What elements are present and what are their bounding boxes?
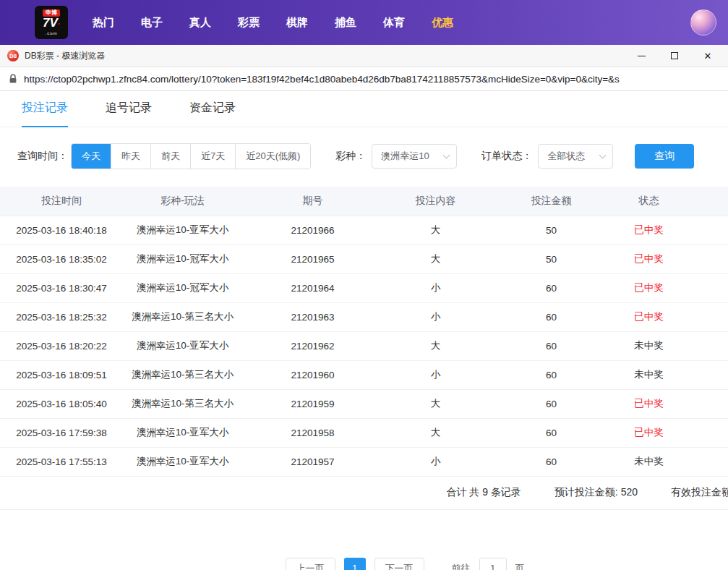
table-row: 2025-03-16 18:35:02 澳洲幸运10-冠军大小 21201965… xyxy=(0,244,728,273)
nav-item[interactable]: 彩票 xyxy=(238,16,260,30)
page-content: 投注记录追号记录资金记录 查询时间： 今天昨天前天近7天近20天(低频) 彩种：… xyxy=(0,91,728,570)
cell-spacer xyxy=(683,331,728,360)
cell-bet-content: 大 xyxy=(383,418,488,447)
status-select-value: 全部状态 xyxy=(547,150,594,163)
window-title: DB彩票 - 极速浏览器 xyxy=(25,50,105,62)
cell-spacer xyxy=(683,360,728,389)
chevron-down-icon xyxy=(443,151,450,158)
cell-issue-number: 21201965 xyxy=(242,244,383,273)
status-filter-label: 订单状态： xyxy=(481,150,532,163)
nav-item[interactable]: 真人 xyxy=(189,16,211,30)
cell-game-play: 澳洲幸运10-亚军大小 xyxy=(123,331,242,360)
cell-bet-amount: 60 xyxy=(488,418,614,447)
cell-status: 已中奖 xyxy=(614,273,683,302)
cell-game-play: 澳洲幸运10-亚军大小 xyxy=(123,447,242,476)
tab-资金记录[interactable]: 资金记录 xyxy=(189,91,236,127)
cell-status: 已中奖 xyxy=(614,244,683,273)
cell-bet-time: 2025-03-16 18:25:32 xyxy=(0,302,123,331)
table-header: 投注内容 xyxy=(383,187,488,216)
user-avatar[interactable] xyxy=(690,9,716,35)
summary-row: 合计 共 9 条记录 预计投注金额: 520 有效投注金额 xyxy=(0,477,728,510)
goto-page-label: 前往 xyxy=(452,562,471,570)
cell-spacer xyxy=(683,273,728,302)
cell-spacer xyxy=(683,389,728,418)
bets-table: 投注时间彩种-玩法期号投注内容投注金额状态 2025-03-16 18:40:1… xyxy=(0,187,728,477)
current-page-button[interactable]: 1 xyxy=(344,558,366,570)
time-filter-option[interactable]: 昨天 xyxy=(111,144,151,169)
table-row: 2025-03-16 18:25:32 澳洲幸运10-第三名大小 2120196… xyxy=(0,302,728,331)
cell-status: 未中奖 xyxy=(614,447,683,476)
prev-page-button[interactable]: 上一页 xyxy=(286,558,335,570)
nav-item[interactable]: 优惠 xyxy=(432,16,453,30)
cell-issue-number: 21201966 xyxy=(242,216,383,244)
table-header-spacer xyxy=(683,187,728,216)
minimize-icon[interactable] xyxy=(635,50,647,61)
time-filter-option[interactable]: 今天 xyxy=(72,144,111,169)
cell-bet-time: 2025-03-16 17:55:13 xyxy=(0,447,123,476)
tab-追号记录[interactable]: 追号记录 xyxy=(106,91,152,127)
logo-sub-text: .com xyxy=(45,31,57,36)
table-row: 2025-03-16 18:30:47 澳洲幸运10-冠军大小 21201964… xyxy=(0,273,728,302)
time-filter-label: 查询时间： xyxy=(17,150,68,163)
table-row: 2025-03-16 18:20:22 澳洲幸运10-亚军大小 21201962… xyxy=(0,331,728,360)
cell-issue-number: 21201960 xyxy=(242,360,383,389)
search-button[interactable]: 查询 xyxy=(635,144,694,169)
cell-game-play: 澳洲幸运10-亚军大小 xyxy=(123,216,242,244)
cell-status: 已中奖 xyxy=(614,389,683,418)
nav-item[interactable]: 电子 xyxy=(141,16,163,30)
cell-bet-time: 2025-03-16 18:20:22 xyxy=(0,331,123,360)
cell-issue-number: 21201959 xyxy=(242,389,383,418)
cell-game-play: 澳洲幸运10-第三名大小 xyxy=(123,389,242,418)
nav-item[interactable]: 体育 xyxy=(383,16,405,30)
nav-item[interactable]: 棋牌 xyxy=(286,16,308,30)
table-header: 彩种-玩法 xyxy=(123,187,242,216)
time-filter-option[interactable]: 近7天 xyxy=(191,144,236,169)
cell-issue-number: 21201957 xyxy=(242,447,383,476)
lottery-select[interactable]: 澳洲幸运10 xyxy=(372,144,457,169)
lottery-select-value: 澳洲幸运10 xyxy=(381,150,438,163)
cell-bet-content: 大 xyxy=(383,244,488,273)
chevron-down-icon xyxy=(599,151,607,158)
cell-bet-content: 大 xyxy=(383,389,488,418)
next-page-button[interactable]: 下一页 xyxy=(374,558,424,570)
order-status-select[interactable]: 全部状态 xyxy=(538,144,613,169)
cell-bet-content: 小 xyxy=(383,302,488,331)
tab-投注记录[interactable]: 投注记录 xyxy=(22,91,68,127)
cell-issue-number: 21201962 xyxy=(242,331,383,360)
cell-spacer xyxy=(683,447,728,476)
cell-bet-content: 小 xyxy=(383,447,488,476)
cell-game-play: 澳洲幸运10-冠军大小 xyxy=(123,244,242,273)
nav-item[interactable]: 捕鱼 xyxy=(335,16,356,30)
table-row: 2025-03-16 18:40:18 澳洲幸运10-亚军大小 21201966… xyxy=(0,216,728,244)
table-row: 2025-03-16 18:05:40 澳洲幸运10-第三名大小 2120195… xyxy=(0,389,728,418)
cell-bet-amount: 60 xyxy=(488,273,614,302)
table-row: 2025-03-16 17:59:38 澳洲幸运10-亚军大小 21201958… xyxy=(0,418,728,447)
time-filter-option[interactable]: 近20天(低频) xyxy=(236,144,310,169)
table-header: 投注金额 xyxy=(488,187,614,216)
pagination: 上一页 1 下一页 前往 页 xyxy=(0,558,728,570)
maximize-icon[interactable] xyxy=(669,50,680,61)
cell-status: 已中奖 xyxy=(614,418,683,447)
time-filter-option[interactable]: 前天 xyxy=(151,144,191,169)
nav-item[interactable]: 热门 xyxy=(93,16,114,30)
goto-page-input[interactable] xyxy=(479,558,507,570)
table-row: 2025-03-16 17:55:13 澳洲幸运10-亚军大小 21201957… xyxy=(0,447,728,476)
cell-bet-amount: 50 xyxy=(488,216,614,244)
cell-spacer xyxy=(683,302,728,331)
cell-status: 已中奖 xyxy=(614,302,683,331)
cell-game-play: 澳洲幸运10-第三名大小 xyxy=(123,360,242,389)
cell-status: 已中奖 xyxy=(614,216,683,244)
url-text[interactable]: https://ctop02pchwp1.zfnc84.com/lottery/… xyxy=(24,74,620,85)
time-filter-group: 今天昨天前天近7天近20天(低频) xyxy=(71,143,311,169)
table-header: 状态 xyxy=(614,187,683,216)
browser-titlebar: D8 DB彩票 - 极速浏览器 ✕ xyxy=(0,45,728,67)
site-logo[interactable]: 申博 7V· .com xyxy=(35,6,68,39)
cell-bet-time: 2025-03-16 18:35:02 xyxy=(0,244,123,273)
cell-status: 未中奖 xyxy=(614,331,683,360)
cell-bet-content: 小 xyxy=(383,360,488,389)
filter-bar: 查询时间： 今天昨天前天近7天近20天(低频) 彩种： 澳洲幸运10 订单状态：… xyxy=(17,143,728,169)
goto-page-suffix: 页 xyxy=(515,562,525,570)
record-tabs: 投注记录追号记录资金记录 xyxy=(0,91,728,127)
cell-game-play: 澳洲幸运10-亚军大小 xyxy=(123,418,242,447)
close-icon[interactable]: ✕ xyxy=(702,50,714,61)
